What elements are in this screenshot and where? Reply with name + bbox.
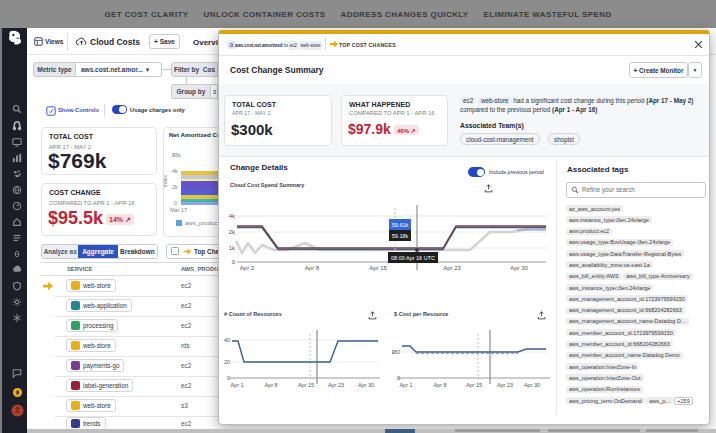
svg-text:Apr 8: Apr 8: [264, 382, 277, 388]
svg-text:4k: 4k: [229, 213, 236, 219]
svg-text:08:00 Apr 16 UTC: 08:00 Apr 16 UTC: [391, 255, 435, 261]
svg-text:Apr 23: Apr 23: [443, 265, 461, 271]
svg-text:Apr 23: Apr 23: [328, 382, 344, 388]
svg-text:0: 0: [232, 259, 236, 265]
svg-text:40: 40: [224, 337, 230, 343]
svg-text:Apr 8: Apr 8: [433, 382, 446, 388]
svg-text:Apr 15: Apr 15: [298, 382, 314, 388]
svg-text:Apr 1: Apr 1: [399, 382, 412, 388]
svg-text:Apr 2: Apr 2: [240, 265, 255, 271]
svg-text:$80: $80: [392, 349, 400, 355]
svg-text:Apr 15: Apr 15: [466, 382, 482, 388]
svg-text:59.18k: 59.18k: [392, 233, 409, 239]
svg-text:Apr 15: Apr 15: [369, 265, 387, 271]
svg-text:a: a: [230, 41, 234, 48]
svg-text:20: 20: [224, 359, 230, 365]
svg-text:Apr 23: Apr 23: [497, 382, 513, 388]
svg-text:Apr 30: Apr 30: [510, 265, 528, 271]
svg-text:0: 0: [397, 375, 400, 381]
svg-text:1k: 1k: [229, 245, 236, 251]
svg-text:59.61k: 59.61k: [392, 222, 409, 228]
svg-text:2k: 2k: [229, 229, 236, 235]
svg-text:Apr 8: Apr 8: [305, 265, 320, 271]
svg-text:Apr 1: Apr 1: [230, 382, 243, 388]
svg-text:Apr 30: Apr 30: [524, 382, 540, 388]
svg-text:0: 0: [227, 375, 230, 381]
svg-text:Apr 30: Apr 30: [358, 382, 374, 388]
